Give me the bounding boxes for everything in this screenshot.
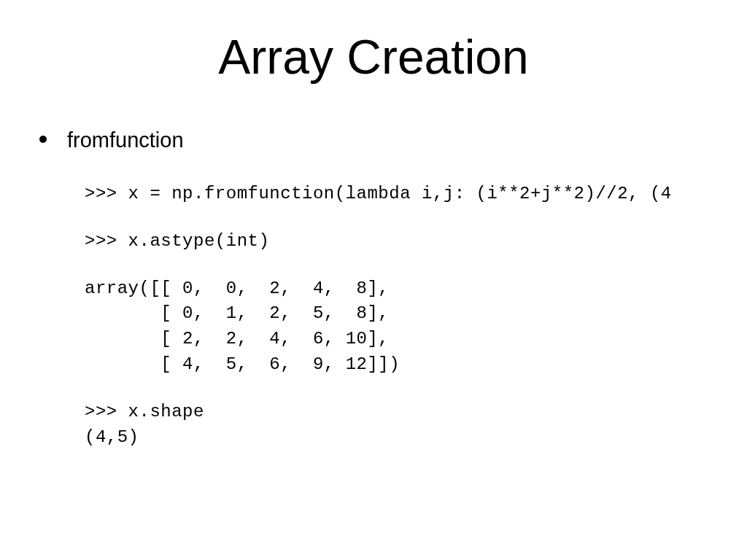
code-line-shape: >>> x.shape (4,5) xyxy=(85,400,729,451)
slide-title: Array Creation xyxy=(18,29,729,85)
slide: Array Creation fromfunction >>> x = np.f… xyxy=(0,0,747,560)
bullet-dot-icon xyxy=(39,136,47,143)
bullet-text: fromfunction xyxy=(67,128,184,152)
code-line-fromfunction: >>> x = np.fromfunction(lambda i,j: (i**… xyxy=(85,182,729,207)
bullet-item: fromfunction xyxy=(39,128,729,152)
code-line-astype: >>> x.astype(int) xyxy=(85,229,729,254)
code-array-output: array([[ 0, 0, 2, 4, 8], [ 0, 1, 2, 5, 8… xyxy=(85,276,729,378)
